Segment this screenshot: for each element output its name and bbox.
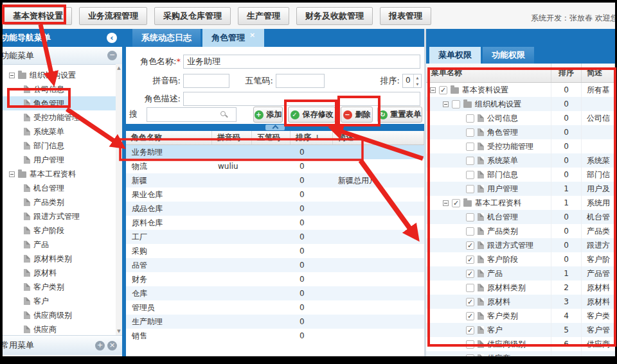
- sidebar-item[interactable]: 供应商: [3, 322, 116, 335]
- permission-row[interactable]: 供应商级别6供应商: [426, 337, 615, 351]
- menu-button-0[interactable]: 基本资料设置: [4, 7, 72, 25]
- sidebar-item[interactable]: 产品: [3, 238, 116, 252]
- permission-row[interactable]: ✓客户5客户管: [426, 323, 615, 337]
- sidebar-item[interactable]: 系统菜单: [3, 125, 116, 139]
- sidebar-group[interactable]: 组织机构设置: [3, 68, 116, 82]
- permission-row[interactable]: 用户管理1用户及: [426, 182, 615, 196]
- horizontal-splitter[interactable]: [126, 124, 424, 131]
- column-header-五笔码[interactable]: 五笔码: [252, 131, 291, 144]
- column-header-简述[interactable]: 简述: [582, 64, 615, 82]
- menu-button-5[interactable]: 报表管理: [380, 7, 431, 25]
- sidebar-item[interactable]: 用户管理: [3, 153, 116, 167]
- checkbox[interactable]: [466, 340, 474, 349]
- checkbox[interactable]: [466, 157, 474, 165]
- toolbar-button-重置表单[interactable]: ↻重置表单: [377, 107, 422, 123]
- function-menu-header[interactable]: 功能菜单 −: [3, 47, 122, 65]
- sidebar-item[interactable]: 公司信息: [3, 82, 116, 96]
- checkbox[interactable]: ✓: [466, 241, 474, 250]
- checkbox[interactable]: [466, 128, 474, 137]
- sidebar-item[interactable]: 原材料类别: [3, 252, 116, 266]
- menu-button-1[interactable]: 业务流程管理: [79, 7, 147, 25]
- permission-row[interactable]: 机台管理0机台管: [426, 210, 615, 224]
- permission-row[interactable]: 供应商: [426, 351, 615, 356]
- sidebar-item[interactable]: 客户阶段: [3, 223, 116, 238]
- checkbox[interactable]: ✓: [466, 312, 474, 320]
- sidebar-item[interactable]: 受控功能管理: [3, 110, 116, 125]
- table-row[interactable]: 采购0: [126, 244, 424, 258]
- sidebar-scrollbar[interactable]: ▲ ▼: [116, 64, 122, 335]
- expander-icon[interactable]: [9, 171, 15, 177]
- checkbox[interactable]: [466, 213, 474, 221]
- sidebar-item[interactable]: 机台管理: [3, 181, 116, 195]
- checkbox[interactable]: [466, 114, 474, 123]
- wubi-input[interactable]: [276, 74, 325, 88]
- table-row[interactable]: 业务助理0: [126, 145, 424, 159]
- sidebar-item[interactable]: 供应商级别: [3, 308, 116, 322]
- tab-角色管理[interactable]: 角色管理×: [202, 29, 264, 47]
- permission-row[interactable]: 角色管理0: [426, 125, 615, 139]
- sidebar-collapse-icon[interactable]: ‹: [107, 33, 117, 43]
- permission-row[interactable]: ✓跟进方式管理0跟进方: [426, 238, 615, 252]
- search-icon[interactable]: [220, 110, 228, 119]
- checkbox[interactable]: [466, 227, 474, 236]
- expander-icon[interactable]: [443, 101, 449, 107]
- column-header-排序[interactable]: 排序↓: [291, 131, 333, 144]
- tab-菜单权限[interactable]: 菜单权限: [429, 47, 481, 64]
- checkbox[interactable]: ✓: [452, 199, 460, 207]
- sidebar-item[interactable]: 客户: [3, 294, 116, 308]
- close-icon[interactable]: ×: [249, 31, 255, 39]
- checkbox[interactable]: ✓: [466, 326, 474, 334]
- checkbox[interactable]: ✓: [466, 270, 474, 278]
- scroll-up-icon[interactable]: ▲: [116, 65, 122, 71]
- sidebar-item[interactable]: 部门信息: [3, 139, 116, 153]
- toolbar-button-保存修改[interactable]: ✓保存修改: [288, 107, 335, 123]
- table-row[interactable]: 成品仓库0: [126, 202, 424, 216]
- permission-row[interactable]: ✓客户阶段0客户阶: [426, 252, 615, 266]
- checkbox[interactable]: [466, 284, 474, 292]
- checkbox[interactable]: [466, 354, 474, 357]
- column-header-角色名称[interactable]: 角色名称: [126, 131, 212, 144]
- permission-row[interactable]: 受控功能管理0: [426, 139, 615, 153]
- table-row[interactable]: 工厂0: [126, 230, 424, 244]
- sidebar-item[interactable]: 客户类别: [3, 280, 116, 294]
- permission-row[interactable]: ✓基本工程资料1系统用: [426, 196, 615, 210]
- table-row[interactable]: 原料仓库0: [126, 216, 424, 230]
- sidebar-item[interactable]: 角色管理: [3, 96, 116, 110]
- permission-row[interactable]: 系统菜单0系统菜: [426, 153, 615, 168]
- column-header-菜单名称[interactable]: 菜单名称: [426, 64, 551, 82]
- collapse-minus-icon[interactable]: −: [107, 51, 117, 60]
- permission-row[interactable]: ✓客户类别4客户类: [426, 309, 615, 323]
- table-row[interactable]: 仓库0: [126, 286, 424, 300]
- sort-stepper[interactable]: 0 ▲ ▼: [402, 74, 422, 88]
- permission-row[interactable]: 组织机构设置0: [426, 97, 615, 111]
- sidebar-item[interactable]: 原材料: [3, 266, 116, 280]
- checkbox[interactable]: ✓: [439, 86, 447, 94]
- checkbox[interactable]: ✓: [466, 298, 474, 306]
- expander-icon[interactable]: [430, 87, 436, 93]
- menu-button-2[interactable]: 采购及仓库管理: [154, 7, 231, 25]
- sidebar-group[interactable]: 基本工程资料: [3, 167, 116, 181]
- menu-button-4[interactable]: 财务及收款管理: [296, 7, 373, 25]
- sidebar-item[interactable]: 产品类别: [3, 195, 116, 209]
- table-row[interactable]: 管理员0: [126, 300, 424, 315]
- column-header-排序[interactable]: 排序: [551, 64, 582, 82]
- spin-up-icon[interactable]: ▲: [414, 74, 421, 81]
- checkbox[interactable]: [466, 185, 474, 193]
- expander-icon[interactable]: [443, 200, 449, 206]
- sidebar-item[interactable]: 跟进方式管理: [3, 209, 116, 223]
- add-common-icon[interactable]: +: [95, 341, 105, 351]
- table-row[interactable]: 果业仓库0: [126, 187, 424, 202]
- role-name-input[interactable]: [183, 55, 420, 69]
- scroll-down-icon[interactable]: ▼: [116, 329, 122, 334]
- permission-row[interactable]: ✓产品1产品管: [426, 266, 615, 281]
- remove-common-icon[interactable]: ×: [107, 341, 117, 351]
- table-row[interactable]: 新疆0新疆总用户: [126, 173, 424, 187]
- column-header-拼音码[interactable]: 拼音码: [212, 131, 252, 144]
- checkbox[interactable]: [452, 100, 460, 108]
- permission-row[interactable]: ✓基本资料设置0所有基: [426, 83, 615, 97]
- permission-row[interactable]: 部门信息0部门信: [426, 168, 615, 182]
- permission-row[interactable]: 产品类别0产品类: [426, 224, 615, 238]
- pinyin-input[interactable]: [183, 74, 229, 88]
- spin-down-icon[interactable]: ▼: [414, 81, 421, 87]
- menu-button-3[interactable]: 生产管理: [238, 7, 289, 25]
